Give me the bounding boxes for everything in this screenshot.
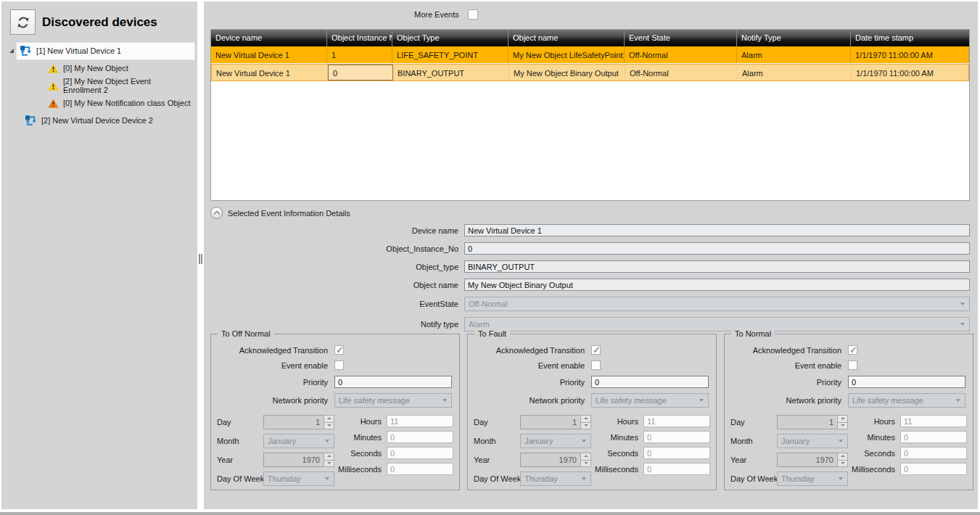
day-of-week-value: Thursday [781,474,815,483]
event-row-selected[interactable]: New Virtual Device 1 1 LIFE_SAFETY_POINT… [211,46,969,64]
group-to-off-normal: To Off Normal Acknowledged Transition Ev… [210,334,460,490]
year-label: Year [730,456,777,464]
priority-input[interactable] [848,376,965,388]
month-label: Month [474,437,520,445]
panel-splitter[interactable] [197,1,204,509]
spin-down-icon [580,461,591,468]
refresh-icon [16,15,30,30]
day-of-week-dropdown: Thursday [263,471,334,486]
acknowledged-transition-label: Acknowledged Transition [474,346,591,355]
hours-input [643,415,710,427]
minutes-label: Minutes [337,433,387,442]
event-enable-checkbox[interactable] [848,360,857,370]
details-form: Device name Object_Instance_No Object_ty… [210,224,970,331]
column-header-object-type[interactable]: Object Type [392,30,508,46]
object-type-field[interactable] [464,260,970,273]
warning-yellow-icon [48,63,59,74]
seconds-input [900,447,967,459]
group-to-fault: To Fault Acknowledged Transition Event e… [467,334,717,490]
minutes-input [643,431,710,443]
event-enable-label: Event enable [217,361,334,370]
event-row-current[interactable]: New Virtual Device 1 0 BINARY_OUTPUT My … [211,64,969,81]
milliseconds-label: Milliseconds [337,465,387,474]
column-header-date-time-stamp[interactable]: Date time stamp [851,30,969,46]
chevron-down-icon [960,323,965,326]
column-header-object-name[interactable]: Object name [508,30,625,46]
object-type-label: Object_type [210,263,464,271]
collapse-details-button[interactable] [210,207,223,219]
cell-notify-type[interactable]: Alarm [738,65,852,81]
spin-down-icon [837,461,848,468]
chevron-down-icon [699,399,704,402]
tree-item-label: [2] New Virtual Device Device 2 [41,116,153,125]
tree-row: [0] My New Notification class Object [1,94,197,112]
chevron-down-icon [956,399,960,402]
chevron-down-icon [582,477,586,480]
more-events-checkbox[interactable] [468,9,478,20]
cell-device-name[interactable]: New Virtual Device 1 [211,46,327,63]
tree-item-event-enrollment[interactable]: [2] My New Object Event Enrollment 2 [45,75,195,96]
month-value: January [781,437,810,445]
device-tree: [1] New Virtual Device 1 [0] My New Obje… [1,42,197,129]
cell-date-time-stamp[interactable]: 1/1/1970 11:00:00 AM [852,65,968,81]
column-header-notify-type[interactable]: Notify Type [737,30,851,46]
cell-date-time-stamp[interactable]: 1/1/1970 11:00:00 AM [851,46,969,63]
cell-object-name[interactable]: My New Object LifeSafetyPoint1 [508,46,625,63]
seconds-label: Seconds [851,449,900,458]
tree-item-device-2[interactable]: [2] New Virtual Device Device 2 [22,112,195,129]
column-header-event-state[interactable]: Event State [625,30,737,46]
hours-input [387,415,453,427]
spin-up-icon [580,415,591,423]
spin-up-icon [837,415,848,423]
tree-row: [1] New Virtual Device 1 [1,42,197,59]
minutes-input [387,431,453,443]
priority-label: Priority [730,378,848,387]
tree-item-notification-class[interactable]: [0] My New Notification class Object [45,96,195,111]
device-name-field[interactable] [464,224,970,236]
column-header-object-instance-no[interactable]: Object Instance No [327,30,392,46]
milliseconds-input [900,463,967,475]
object-name-field[interactable] [464,279,970,291]
year-spinner: 1970 [520,453,591,467]
day-of-week-value: Thursday [524,474,558,483]
tree-expander-icon[interactable] [7,46,16,55]
cell-object-type[interactable]: LIFE_SAFETY_POINT [392,46,508,63]
cell-event-state[interactable]: Off-Normal [625,46,737,63]
cell-object-instance-no[interactable]: 1 [327,46,392,63]
cell-object-type[interactable]: BINARY_OUTPUT [393,65,509,81]
day-spinner: 1 [777,415,848,429]
cell-notify-type[interactable]: Alarm [737,46,851,63]
tree-item-label: [2] My New Object Event Enrollment 2 [63,77,191,94]
column-header-device-name[interactable]: Device name [211,30,327,46]
priority-input[interactable] [334,376,452,388]
chevron-down-icon [839,477,843,480]
seconds-input [643,447,710,459]
acknowledged-transition-label: Acknowledged Transition [217,346,334,355]
year-value: 1970 [777,453,837,467]
event-enable-checkbox[interactable] [591,360,601,370]
day-value: 1 [777,415,837,429]
minutes-label: Minutes [851,433,900,442]
refresh-devices-button[interactable] [10,9,36,35]
group-title: To Off Normal [218,329,274,338]
cell-object-name[interactable]: My New Object Binary Output [509,65,625,81]
object-instance-no-field[interactable] [464,242,970,255]
events-grid-header: Device name Object Instance No Object Ty… [211,30,969,46]
day-of-week-label: Day Of Week [730,474,777,483]
tree-item-device-1[interactable]: [1] New Virtual Device 1 [16,42,195,60]
cell-device-name[interactable]: New Virtual Device 1 [212,65,328,81]
month-dropdown: January [520,434,591,448]
hours-label: Hours [337,417,387,426]
details-header: Selected Event Information Details [210,207,350,219]
cell-event-state[interactable]: Off-Normal [625,65,738,81]
chevron-down-icon [839,440,843,442]
priority-input[interactable] [591,376,709,388]
tree-item-my-new-object[interactable]: [0] My New Object [45,61,195,76]
month-dropdown: January [777,434,848,448]
event-enable-checkbox[interactable] [334,360,344,370]
network-priority-dropdown: Life safety message [591,393,709,408]
cell-object-instance-no-focused[interactable]: 0 [328,65,393,81]
day-of-week-label: Day Of Week [474,474,520,483]
network-priority-label: Network priority [217,396,334,405]
minutes-input [900,431,967,443]
